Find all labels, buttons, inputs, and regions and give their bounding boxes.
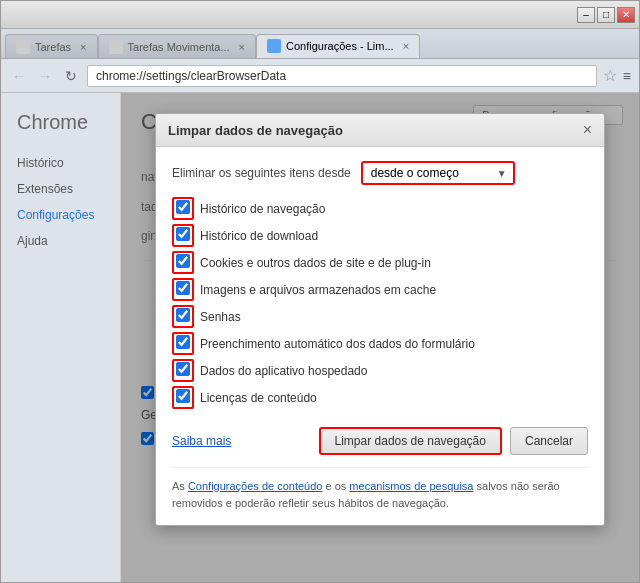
main-content: Chrome Histórico Extensões Configurações…	[1, 93, 639, 582]
dialog-footer: Saiba mais Limpar dados de navegação Can…	[172, 423, 588, 455]
dialog-note: As Configurações de conteúdo e os mecani…	[172, 467, 588, 511]
checkbox-highlight-7	[172, 386, 194, 409]
checkbox-item-3: Imagens e arquivos armazenados em cache	[172, 278, 588, 301]
checkbox-label-5: Preenchimento automático dos dados do fo…	[200, 337, 475, 351]
checkbox-highlight-5	[172, 332, 194, 355]
note-part2: e os	[322, 480, 349, 492]
tab-3[interactable]: Configurações - Lim... ×	[256, 34, 420, 58]
browser-window: – □ ✕ Tarefas × Tarefas Movimenta... × C…	[0, 0, 640, 583]
tab-3-close[interactable]: ×	[403, 40, 409, 52]
tab-1-close[interactable]: ×	[80, 41, 86, 53]
tab-2-close[interactable]: ×	[239, 41, 245, 53]
content-settings-link[interactable]: Configurações de conteúdo	[188, 480, 323, 492]
checkbox-5[interactable]	[176, 335, 190, 349]
checkbox-6[interactable]	[176, 362, 190, 376]
dialog-title: Limpar dados de navegação	[168, 123, 343, 138]
checkbox-label-4: Senhas	[200, 310, 241, 324]
checkbox-label-2: Cookies e outros dados de site e de plug…	[200, 256, 431, 270]
reload-button[interactable]: ↻	[61, 66, 81, 86]
checkbox-label-1: Histórico de download	[200, 229, 318, 243]
checkbox-label-7: Licenças de conteúdo	[200, 391, 317, 405]
address-input[interactable]	[87, 65, 597, 87]
tab-3-favicon	[267, 39, 281, 53]
chrome-menu-icon[interactable]: ≡	[623, 68, 631, 84]
checkbox-item-6: Dados do aplicativo hospedado	[172, 359, 588, 382]
checkbox-item-2: Cookies e outros dados de site e de plug…	[172, 251, 588, 274]
sidebar: Chrome Histórico Extensões Configurações…	[1, 93, 121, 582]
back-button[interactable]: ←	[9, 66, 29, 86]
dialog-title-bar: Limpar dados de navegação ×	[156, 114, 604, 147]
checkbox-4[interactable]	[176, 308, 190, 322]
tab-1[interactable]: Tarefas ×	[5, 34, 98, 58]
sidebar-item-extensoes[interactable]: Extensões	[1, 176, 120, 202]
checkbox-label-6: Dados do aplicativo hospedado	[200, 364, 367, 378]
tab-bar: Tarefas × Tarefas Movimenta... × Configu…	[1, 29, 639, 59]
dialog-body: Eliminar os seguintes itens desde desde …	[156, 147, 604, 525]
time-range-row: Eliminar os seguintes itens desde desde …	[172, 161, 588, 185]
tab-2-favicon	[109, 40, 123, 54]
dialog-buttons: Limpar dados de navegação Cancelar	[319, 427, 588, 455]
dialog-close-button[interactable]: ×	[583, 122, 592, 138]
tab-3-label: Configurações - Lim...	[286, 40, 394, 52]
checkbox-highlight-2	[172, 251, 194, 274]
checkbox-highlight-1	[172, 224, 194, 247]
checkbox-highlight-6	[172, 359, 194, 382]
checkbox-highlight-4	[172, 305, 194, 328]
clear-data-dialog: Limpar dados de navegação × Eliminar os …	[155, 113, 605, 526]
tab-1-favicon	[16, 40, 30, 54]
note-part1: As	[172, 480, 188, 492]
checkbox-7[interactable]	[176, 389, 190, 403]
sidebar-item-configuracoes[interactable]: Configurações	[1, 202, 120, 228]
saiba-mais-link[interactable]: Saiba mais	[172, 434, 231, 448]
since-label: Eliminar os seguintes itens desde	[172, 166, 351, 180]
minimize-button[interactable]: –	[577, 7, 595, 23]
checkbox-label-0: Histórico de navegação	[200, 202, 325, 216]
title-bar: – □ ✕	[1, 1, 639, 29]
sidebar-item-historico[interactable]: Histórico	[1, 150, 120, 176]
modal-overlay: Limpar dados de navegação × Eliminar os …	[121, 93, 639, 582]
sidebar-item-ajuda[interactable]: Ajuda	[1, 228, 120, 254]
time-range-select[interactable]: desde o começo última hora últimas 24 ho…	[363, 163, 513, 183]
search-engines-link[interactable]: mecanismos de pesquisa	[349, 480, 473, 492]
window-controls: – □ ✕	[577, 7, 635, 23]
tab-1-label: Tarefas	[35, 41, 71, 53]
address-bar: ← → ↻ ☆ ≡	[1, 59, 639, 93]
cancel-button[interactable]: Cancelar	[510, 427, 588, 455]
checkbox-1[interactable]	[176, 227, 190, 241]
checkbox-item-5: Preenchimento automático dos dados do fo…	[172, 332, 588, 355]
time-select-wrapper: desde o começo última hora últimas 24 ho…	[361, 161, 515, 185]
forward-button[interactable]: →	[35, 66, 55, 86]
sidebar-brand: Chrome	[1, 103, 120, 150]
checkbox-item-0: Histórico de navegação	[172, 197, 588, 220]
checkbox-0[interactable]	[176, 200, 190, 214]
checkbox-label-3: Imagens e arquivos armazenados em cache	[200, 283, 436, 297]
maximize-button[interactable]: □	[597, 7, 615, 23]
clear-data-button[interactable]: Limpar dados de navegação	[319, 427, 502, 455]
tab-2[interactable]: Tarefas Movimenta... ×	[98, 34, 257, 58]
close-button[interactable]: ✕	[617, 7, 635, 23]
checkbox-highlight-0	[172, 197, 194, 220]
checkbox-item-4: Senhas	[172, 305, 588, 328]
checkbox-item-7: Licenças de conteúdo	[172, 386, 588, 409]
checkbox-list: Histórico de navegação Histórico de down…	[172, 197, 588, 409]
checkbox-2[interactable]	[176, 254, 190, 268]
checkbox-highlight-3	[172, 278, 194, 301]
page-content: Configurações navegação. Você tados na b…	[121, 93, 639, 582]
checkbox-item-1: Histórico de download	[172, 224, 588, 247]
tab-2-label: Tarefas Movimenta...	[128, 41, 230, 53]
bookmark-star-icon[interactable]: ☆	[603, 66, 617, 85]
checkbox-3[interactable]	[176, 281, 190, 295]
